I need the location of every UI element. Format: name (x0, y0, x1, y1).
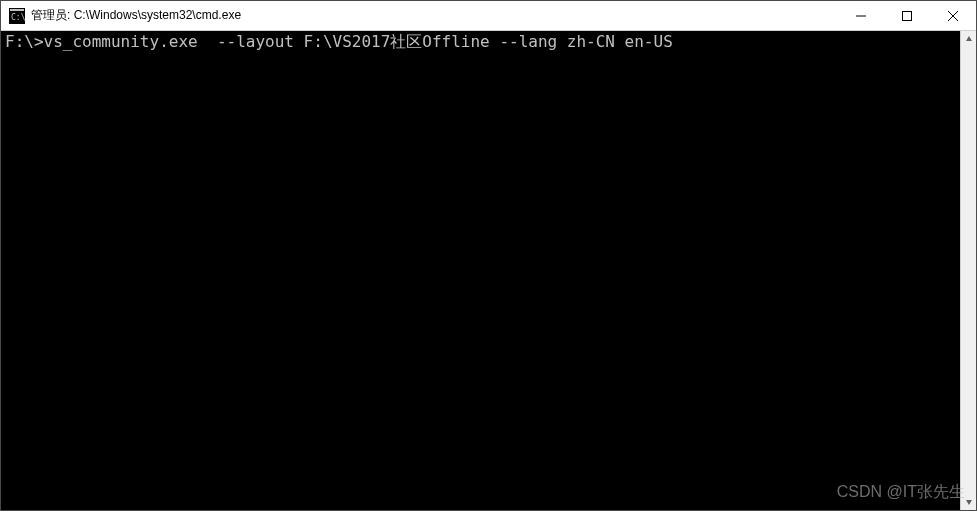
maximize-button[interactable] (884, 1, 930, 30)
command-text: vs_community.exe --layout F:\VS2017社区Off… (44, 32, 673, 51)
cmd-window: C:\ 管理员: C:\Windows\system32\cmd.exe F:\… (0, 0, 977, 511)
svg-text:C:\: C:\ (11, 13, 25, 22)
cmd-icon: C:\ (9, 8, 25, 24)
prompt: F:\> (5, 32, 44, 51)
close-button[interactable] (930, 1, 976, 30)
scroll-track[interactable] (961, 47, 976, 494)
titlebar[interactable]: C:\ 管理员: C:\Windows\system32\cmd.exe (1, 1, 976, 31)
scroll-up-arrow-icon[interactable] (961, 31, 976, 47)
vertical-scrollbar[interactable] (960, 31, 976, 510)
svg-rect-4 (903, 11, 912, 20)
minimize-button[interactable] (838, 1, 884, 30)
terminal-content[interactable]: F:\>vs_community.exe --layout F:\VS2017社… (1, 31, 960, 510)
window-controls (838, 1, 976, 30)
svg-rect-1 (10, 9, 24, 11)
terminal-area: F:\>vs_community.exe --layout F:\VS2017社… (1, 31, 976, 510)
window-title: 管理员: C:\Windows\system32\cmd.exe (31, 7, 838, 24)
svg-marker-8 (966, 500, 972, 505)
scroll-down-arrow-icon[interactable] (961, 494, 976, 510)
svg-marker-7 (966, 36, 972, 41)
terminal-line: F:\>vs_community.exe --layout F:\VS2017社… (5, 32, 673, 51)
